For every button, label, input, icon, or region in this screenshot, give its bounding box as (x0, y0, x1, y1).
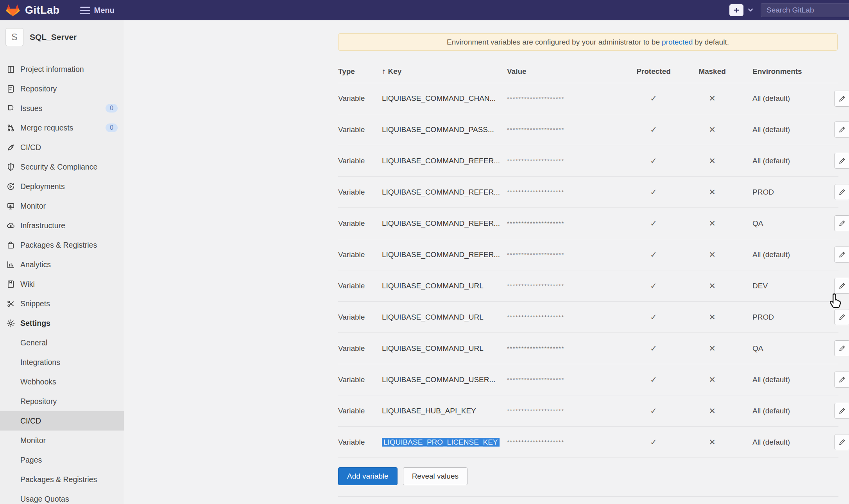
header-masked: Masked (683, 67, 742, 76)
pencil-icon (838, 219, 846, 227)
banner-text-after: by default. (695, 38, 729, 46)
variable-value-masked: ******************** (507, 95, 624, 102)
edit-variable-button[interactable] (834, 184, 849, 200)
edit-variable-button[interactable] (834, 372, 849, 388)
edit-variable-button[interactable] (834, 434, 849, 450)
variables-table-header: Type ↑ Key Value Protected Masked Enviro… (338, 60, 838, 83)
sidebar-subitem-pages[interactable]: Pages (0, 450, 124, 470)
edit-variable-button[interactable] (834, 122, 849, 138)
project-header[interactable]: S SQL_Server (0, 28, 124, 46)
variable-environment: All (default) (742, 438, 824, 447)
edit-variable-button[interactable] (834, 403, 849, 419)
hamburger-icon (80, 7, 90, 14)
header-environments: Environments (742, 67, 824, 76)
protected-check-icon: ✓ (624, 313, 683, 322)
protected-check-icon: ✓ (624, 94, 683, 103)
table-row: Variable LIQUIBASE_COMMAND_PASS... *****… (338, 114, 838, 145)
ci-cd-icon (5, 142, 16, 152)
edit-variable-button[interactable] (834, 309, 849, 325)
snippets-icon (5, 298, 16, 309)
table-row: Variable LIQUIBASE_COMMAND_REFER... ****… (338, 145, 838, 177)
variable-key: LIQUIBASE_COMMAND_URL (382, 313, 507, 322)
sidebar-item-issues[interactable]: Issues 0 (0, 98, 124, 118)
variable-value-masked: ******************** (507, 314, 624, 320)
edit-variable-button[interactable] (834, 247, 849, 263)
variable-environment: All (default) (742, 125, 824, 134)
variable-value-masked: ******************** (507, 439, 624, 445)
sidebar-subitem-webhooks[interactable]: Webhooks (0, 372, 124, 391)
edit-variable-button[interactable] (834, 340, 849, 356)
pencil-icon (838, 438, 846, 446)
pencil-icon (838, 375, 846, 384)
pencil-icon (838, 157, 846, 165)
protected-check-icon: ✓ (624, 125, 683, 134)
sidebar-item-monitor[interactable]: Monitor (0, 196, 124, 216)
sidebar-item-infrastructure[interactable]: Infrastructure (0, 216, 124, 235)
sidebar-subitem-ci-cd[interactable]: CI/CD (0, 411, 124, 431)
brand-wordmark: GitLab (25, 4, 60, 16)
chevron-down-icon[interactable] (747, 8, 754, 13)
protected-check-icon: ✓ (624, 406, 683, 416)
variable-key: LIQUIBASE_COMMAND_CHAN... (382, 94, 507, 103)
issues-icon (5, 103, 16, 113)
reveal-values-button[interactable]: Reveal values (403, 467, 467, 485)
add-variable-button[interactable]: Add variable (338, 467, 398, 485)
sidebar-item-repository[interactable]: Repository (0, 79, 124, 98)
project-avatar: S (5, 28, 23, 46)
protected-check-icon: ✓ (624, 156, 683, 166)
monitor-icon (5, 201, 16, 211)
protected-check-icon: ✓ (624, 375, 683, 384)
repository-icon (5, 84, 16, 94)
header-key-sortable[interactable]: ↑ Key (382, 67, 507, 76)
new-item-button[interactable] (729, 4, 743, 16)
pencil-icon (838, 188, 846, 196)
variable-value-masked: ******************** (507, 220, 624, 227)
sort-ascending-icon: ↑ (382, 67, 386, 76)
banner-text-before: Environment variables are configured by … (447, 38, 660, 46)
wiki-icon (5, 279, 16, 289)
sidebar-item-wiki[interactable]: Wiki (0, 274, 124, 294)
protected-check-icon: ✓ (624, 281, 683, 291)
table-actions: Add variable Reveal values (338, 467, 838, 485)
section-divider (338, 496, 838, 497)
sidebar-item-snippets[interactable]: Snippets (0, 294, 124, 313)
variables-table-body: Variable LIQUIBASE_COMMAND_CHAN... *****… (338, 83, 838, 458)
edit-variable-button[interactable] (834, 278, 849, 294)
sidebar-subitem-repository[interactable]: Repository (0, 391, 124, 411)
table-row: Variable LIQUIBASE_COMMAND_URL *********… (338, 333, 838, 364)
sidebar-subitem-packages-registries[interactable]: Packages & Registries (0, 470, 124, 489)
variable-value-masked: ******************** (507, 345, 624, 352)
variable-value-masked: ******************** (507, 282, 624, 289)
protected-link[interactable]: protected (662, 38, 693, 46)
variable-environment: All (default) (742, 375, 824, 384)
sidebar-item-project-information[interactable]: Project information (0, 59, 124, 79)
sidebar-item-packages-registries[interactable]: Packages & Registries (0, 235, 124, 255)
sidebar-item-merge-requests[interactable]: Merge requests 0 (0, 118, 124, 138)
edit-variable-button[interactable] (834, 91, 849, 107)
sidebar-subitem-integrations[interactable]: Integrations (0, 352, 124, 372)
sidebar-subitem-usage-quotas[interactable]: Usage Quotas (0, 489, 124, 504)
table-row: Variable LIQUIBASE_COMMAND_USER... *****… (338, 364, 838, 395)
search-input[interactable] (761, 3, 849, 17)
gitlab-home-link[interactable]: GitLab (5, 3, 60, 17)
masked-x-icon: ✕ (683, 219, 742, 228)
sidebar-subitem-monitor[interactable]: Monitor (0, 431, 124, 450)
variable-environment: All (default) (742, 250, 824, 259)
variable-type: Variable (338, 407, 382, 415)
variable-key: LIQUIBASE_COMMAND_URL (382, 282, 507, 290)
masked-x-icon: ✕ (683, 375, 742, 384)
sidebar-item-ci-cd[interactable]: CI/CD (0, 138, 124, 157)
sidebar-item-security-compliance[interactable]: Security & Compliance (0, 157, 124, 177)
table-row: Variable LIQUIBASE_HUB_API_KEY *********… (338, 395, 838, 427)
sidebar-subitem-general[interactable]: General (0, 333, 124, 352)
masked-x-icon: ✕ (683, 281, 742, 291)
sidebar-item-analytics[interactable]: Analytics (0, 255, 124, 274)
sidebar-item-settings[interactable]: Settings (0, 313, 124, 333)
pencil-icon (838, 95, 846, 103)
protected-check-icon: ✓ (624, 250, 683, 259)
edit-variable-button[interactable] (834, 153, 849, 169)
menu-button[interactable]: Menu (80, 6, 115, 15)
sidebar-item-deployments[interactable]: Deployments (0, 177, 124, 196)
count-badge: 0 (106, 104, 118, 113)
edit-variable-button[interactable] (834, 215, 849, 231)
